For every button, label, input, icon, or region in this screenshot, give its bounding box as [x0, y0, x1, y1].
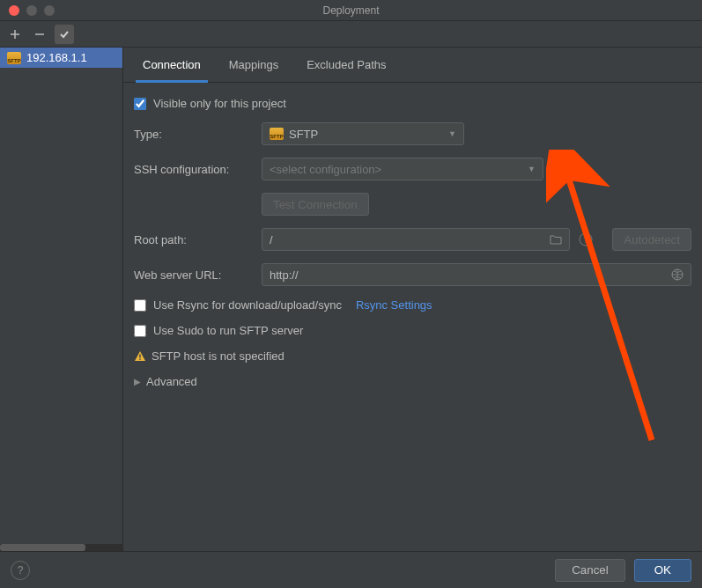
ssh-config-row: SSH configuration: <select configuration…	[134, 158, 691, 180]
sftp-icon: SFTP	[7, 52, 21, 64]
tab-connection[interactable]: Connection	[129, 48, 215, 82]
sudo-row: Use Sudo to run SFTP server	[134, 324, 691, 337]
web-url-label: Web server URL:	[134, 268, 253, 282]
sftp-icon: SFTP	[270, 128, 284, 140]
type-value: SFTP	[289, 128, 318, 141]
root-path-input[interactable]: /	[262, 228, 570, 251]
web-url-value: http://	[270, 268, 299, 282]
svg-rect-4	[139, 358, 140, 359]
visible-only-row: Visible only for this project	[134, 97, 691, 110]
form-area: Visible only for this project Type: SFTP…	[123, 83, 702, 402]
add-button[interactable]	[5, 25, 25, 44]
tab-label: Mappings	[229, 58, 278, 71]
button-label: Autodetect	[624, 233, 680, 246]
window-title: Deployment	[0, 4, 702, 17]
tab-label: Excluded Paths	[307, 58, 386, 71]
minus-icon	[34, 29, 45, 40]
root-path-row: Root path: / ? Autodetect	[134, 228, 691, 251]
plus-icon	[10, 29, 20, 40]
ssh-config-browse-button[interactable]: ...	[552, 158, 577, 180]
type-label: Type:	[134, 128, 253, 141]
button-label: Cancel	[572, 563, 609, 577]
ssh-config-select[interactable]: <select configuration> ▼	[262, 158, 543, 180]
warning-row: SFTP host is not specified	[134, 349, 691, 363]
web-url-row: Web server URL: http://	[134, 263, 691, 286]
footer: ? Cancel OK	[0, 551, 702, 588]
cancel-button[interactable]: Cancel	[555, 559, 625, 582]
autodetect-button[interactable]: Autodetect	[612, 228, 691, 251]
sudo-label: Use Sudo to run SFTP server	[153, 324, 303, 337]
set-default-button[interactable]	[55, 25, 74, 44]
sudo-checkbox[interactable]	[134, 325, 146, 337]
rsync-checkbox[interactable]	[134, 299, 146, 312]
remove-button[interactable]	[30, 25, 49, 44]
rsync-settings-link[interactable]: Rsync Settings	[356, 298, 432, 312]
type-row: Type: SFTP SFTP ▼	[134, 122, 691, 145]
chevron-right-icon: ▶	[134, 377, 141, 386]
main-area: SFTP 192.168.1.1 Connection Mappings Exc…	[0, 48, 702, 551]
svg-rect-3	[139, 354, 140, 357]
sidebar-item-label: 192.168.1.1	[26, 51, 87, 64]
check-icon	[58, 28, 70, 40]
close-window-button[interactable]	[9, 5, 19, 16]
help-icon[interactable]: ?	[579, 232, 593, 246]
tab-label: Connection	[143, 58, 201, 71]
folder-icon	[550, 234, 562, 245]
ellipsis-icon: ...	[560, 163, 570, 176]
svg-text:?: ?	[583, 235, 588, 245]
test-connection-row: Test Connection	[134, 193, 691, 216]
sidebar: SFTP 192.168.1.1	[0, 48, 123, 551]
button-label: Test Connection	[273, 198, 358, 211]
root-path-value: /	[270, 233, 273, 246]
sidebar-item-server[interactable]: SFTP 192.168.1.1	[0, 48, 122, 68]
tabs: Connection Mappings Excluded Paths	[123, 48, 702, 83]
minimize-window-button[interactable]	[26, 5, 37, 16]
help-button[interactable]: ?	[11, 561, 30, 580]
tab-mappings[interactable]: Mappings	[215, 48, 292, 82]
button-label: OK	[654, 563, 671, 577]
globe-icon	[671, 268, 684, 281]
warning-icon	[134, 350, 146, 363]
titlebar: Deployment	[0, 0, 702, 21]
rsync-label: Use Rsync for download/upload/sync	[153, 298, 342, 312]
tab-excluded-paths[interactable]: Excluded Paths	[292, 48, 400, 82]
footer-buttons: Cancel OK	[555, 559, 691, 582]
chevron-down-icon: ▼	[448, 129, 456, 138]
warning-text: SFTP host is not specified	[151, 349, 284, 363]
content-panel: Connection Mappings Excluded Paths Visib…	[123, 48, 702, 551]
advanced-toggle[interactable]: ▶ Advanced	[134, 375, 691, 388]
scrollbar-thumb[interactable]	[0, 544, 85, 551]
web-url-input[interactable]: http://	[262, 263, 691, 286]
ssh-config-label: SSH configuration:	[134, 163, 253, 176]
sidebar-scrollbar[interactable]	[0, 544, 122, 551]
type-select[interactable]: SFTP SFTP ▼	[262, 122, 464, 145]
rsync-row: Use Rsync for download/upload/sync Rsync…	[134, 298, 691, 312]
visible-only-label: Visible only for this project	[153, 97, 286, 110]
traffic-lights	[0, 5, 55, 16]
ok-button[interactable]: OK	[634, 559, 691, 582]
advanced-label: Advanced	[146, 375, 197, 388]
ssh-config-placeholder: <select configuration>	[270, 163, 381, 176]
maximize-window-button[interactable]	[44, 5, 55, 16]
visible-only-checkbox[interactable]	[134, 98, 146, 110]
root-path-label: Root path:	[134, 233, 253, 246]
sidebar-toolbar	[0, 21, 702, 48]
chevron-down-icon: ▼	[528, 165, 536, 173]
test-connection-button[interactable]: Test Connection	[262, 193, 369, 216]
